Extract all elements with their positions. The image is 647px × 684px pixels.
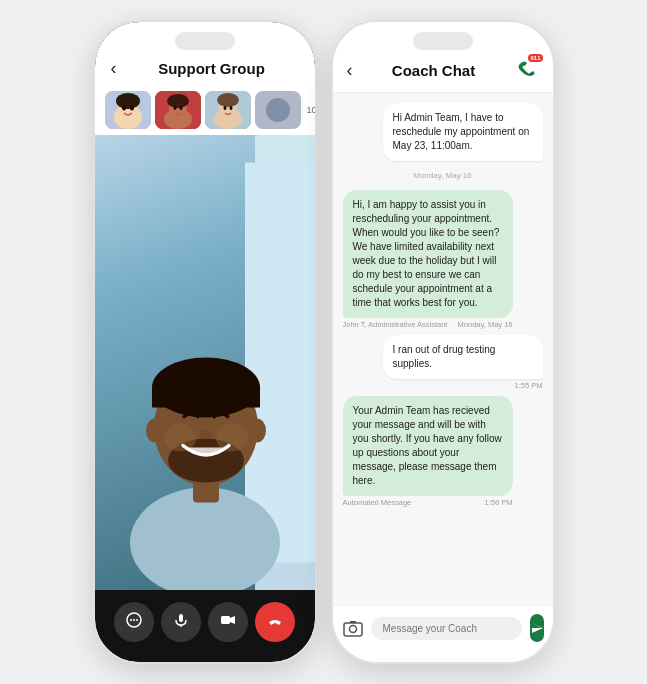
end-call-icon: [267, 612, 283, 632]
svg-point-25: [146, 419, 164, 443]
chat-control-icon: [126, 612, 142, 632]
svg-point-11: [179, 106, 182, 110]
message-3-text: I ran out of drug testing supplies.: [393, 344, 496, 369]
mic-control-icon: [173, 612, 189, 632]
call-button[interactable]: 911: [515, 58, 539, 82]
message-1-bubble: Hi Admin Team, I have to reschedule my a…: [383, 103, 543, 161]
emergency-badge: 911: [528, 54, 542, 62]
date-separator-1: Monday, May 16: [343, 171, 543, 180]
left-phone-title: Support Group: [125, 60, 299, 77]
video-control-icon: [220, 612, 236, 632]
message-2-text: Hi, I am happy to assist you in reschedu…: [353, 199, 500, 308]
message-1: Hi Admin Team, I have to reschedule my a…: [383, 103, 543, 161]
scene: ‹ Support Group: [0, 0, 647, 684]
svg-point-16: [223, 106, 226, 110]
svg-marker-38: [230, 616, 235, 624]
right-phone-notch: [413, 32, 473, 50]
camera-button[interactable]: [343, 614, 363, 642]
svg-rect-37: [221, 616, 230, 624]
svg-point-15: [217, 93, 239, 107]
thumb-2[interactable]: [155, 91, 201, 129]
svg-point-17: [229, 106, 232, 110]
svg-rect-24: [152, 388, 260, 408]
send-icon: [530, 621, 544, 635]
message-3-time: 1:55 PM: [515, 381, 543, 390]
camera-icon: [343, 618, 363, 638]
svg-point-10: [173, 106, 176, 110]
end-call-button[interactable]: [255, 602, 295, 642]
svg-point-3: [116, 93, 140, 109]
chat-control-button[interactable]: [114, 602, 154, 642]
svg-point-33: [133, 619, 135, 621]
svg-point-40: [349, 626, 356, 633]
thumbnails-row: 10 Others: [95, 87, 315, 135]
message-4-meta: Automated Message 1:56 PM: [343, 498, 513, 507]
svg-point-28: [164, 424, 196, 452]
chat-input-bar: [333, 605, 553, 662]
controls-bar: [95, 590, 315, 662]
svg-point-4: [122, 106, 126, 111]
message-4-sender: Automated Message: [343, 498, 412, 507]
main-video-area: [95, 135, 315, 590]
left-phone: ‹ Support Group: [95, 22, 315, 662]
message-2-bubble: Hi, I am happy to assist you in reschedu…: [343, 190, 513, 318]
video-control-button[interactable]: [208, 602, 248, 642]
left-back-button[interactable]: ‹: [111, 58, 117, 79]
message-2: Hi, I am happy to assist you in reschedu…: [343, 190, 513, 329]
message-3-meta: 1:55 PM: [383, 381, 543, 390]
svg-point-29: [216, 424, 248, 452]
right-phone: ‹ Coach Chat 911 Hi Admin Team, I hav: [333, 22, 553, 662]
message-2-meta: John T, Administrative Assistant Monday,…: [343, 320, 513, 329]
svg-point-26: [248, 419, 266, 443]
phone-icon: [518, 60, 536, 81]
chat-messages-area: Hi Admin Team, I have to reschedule my a…: [333, 93, 553, 605]
message-4-text: Your Admin Team has recieved your messag…: [353, 405, 502, 486]
left-phone-notch: [175, 32, 235, 50]
message-1-text: Hi Admin Team, I have to reschedule my a…: [393, 112, 530, 151]
svg-point-9: [167, 94, 189, 108]
send-button[interactable]: [530, 614, 544, 642]
svg-rect-35: [179, 614, 183, 622]
message-4: Your Admin Team has recieved your messag…: [343, 396, 513, 507]
thumb-avatar: [255, 91, 301, 129]
message-input[interactable]: [371, 617, 522, 640]
message-4-time: 1:56 PM: [485, 498, 513, 507]
thumb-1[interactable]: [105, 91, 151, 129]
svg-point-34: [136, 619, 138, 621]
message-3: I ran out of drug testing supplies. 1:55…: [383, 335, 543, 390]
svg-point-30: [200, 430, 212, 440]
svg-point-32: [130, 619, 132, 621]
others-count: 10 Others: [307, 105, 315, 115]
chat-title: Coach Chat: [353, 62, 515, 79]
message-3-bubble: I ran out of drug testing supplies.: [383, 335, 543, 379]
message-2-time: Monday, May 16: [458, 320, 513, 329]
thumb-3[interactable]: [205, 91, 251, 129]
mic-control-button[interactable]: [161, 602, 201, 642]
svg-marker-41: [532, 623, 543, 633]
message-2-sender: John T, Administrative Assistant: [343, 320, 448, 329]
message-4-bubble: Your Admin Team has recieved your messag…: [343, 396, 513, 496]
svg-point-5: [130, 106, 134, 111]
